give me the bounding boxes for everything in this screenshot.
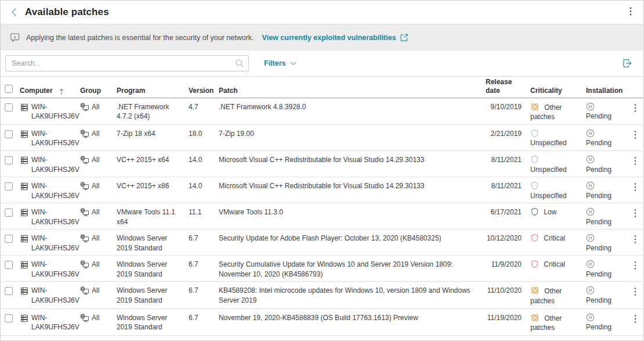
group-cell[interactable]: All [78, 229, 115, 246]
installation-cell: Pending [584, 125, 629, 150]
row-checkbox[interactable] [5, 130, 13, 138]
computer-cell[interactable]: WIN-LAK9UFHSJ6V [18, 125, 78, 150]
table-row[interactable]: WIN-LAK9UFHSJ6V All .NET Framework 4.7.2… [1, 98, 643, 125]
installation-status: Pending [586, 244, 612, 252]
table-row[interactable]: WIN-LAK9UFHSJ6V All Windows Server 2019 … [1, 309, 643, 336]
row-actions-button[interactable] [629, 177, 643, 197]
criticality-label: Critical [544, 234, 565, 242]
release-date-cell: 11/19/2020 [484, 309, 529, 325]
column-header-criticality[interactable]: Criticality [529, 85, 584, 99]
patch-cell: KB4589208: Intel microcode updates for W… [217, 282, 484, 307]
row-actions-button[interactable] [629, 282, 643, 301]
group-cell[interactable]: All [78, 98, 115, 114]
row-select-cell [1, 229, 18, 248]
computer-cell[interactable]: WIN-LAK9UFHSJ6V [18, 98, 78, 124]
row-checkbox[interactable] [5, 314, 13, 322]
other-patches-icon [530, 102, 540, 112]
computer-cell[interactable]: WIN-LAK9UFHSJ6V [18, 229, 78, 255]
row-actions-button[interactable] [629, 203, 643, 223]
chevron-left-icon [11, 8, 17, 17]
row-checkbox[interactable] [5, 156, 13, 164]
row-checkbox[interactable] [5, 209, 13, 217]
group-cell[interactable]: All [78, 151, 115, 167]
group-cell[interactable]: All [78, 203, 115, 220]
filters-label: Filters [264, 59, 286, 67]
row-checkbox[interactable] [5, 287, 13, 295]
search-icon[interactable] [235, 59, 244, 70]
release-date-cell: 8/11/2021 [484, 177, 529, 193]
table-row[interactable]: WIN-LAK9UFHSJ6V All Windows Server 2019 … [1, 282, 643, 308]
release-date-cell: 2/21/2019 [484, 125, 529, 141]
version-cell: 4.7 [187, 98, 217, 114]
installation-cell: Pending [584, 151, 629, 177]
info-banner: Applying the latest patches is essential… [1, 24, 643, 51]
search-input[interactable] [5, 55, 249, 71]
computer-cell[interactable]: WIN-LAK9UFHSJ6V [18, 256, 78, 281]
row-checkbox[interactable] [5, 235, 13, 243]
export-button[interactable] [620, 56, 634, 70]
row-actions-button[interactable] [629, 336, 643, 340]
version-cell: 11.1 [187, 203, 217, 220]
column-header-version[interactable]: Version [187, 85, 217, 99]
server-icon [20, 286, 29, 296]
server-icon [20, 234, 29, 243]
shield-icon [530, 234, 539, 242]
criticality-label: Unspecified [530, 192, 567, 200]
select-all-checkbox[interactable] [5, 85, 13, 93]
group-cell[interactable]: All [78, 309, 115, 325]
row-actions-button[interactable] [629, 98, 643, 118]
criticality-cell: Other patches [529, 336, 584, 340]
computer-cell[interactable]: WIN-LAK9UFHSJ6V [18, 177, 78, 203]
group-cell[interactable]: All [78, 256, 115, 272]
page-title: Available patches [25, 6, 109, 18]
row-checkbox[interactable] [5, 103, 13, 112]
row-actions-button[interactable] [629, 125, 643, 145]
filters-button[interactable]: Filters [264, 59, 296, 67]
group-cell[interactable]: All [78, 177, 115, 193]
group-cell[interactable]: All [78, 125, 115, 141]
computer-name: WIN-LAK9UFHSJ6V [31, 207, 79, 227]
computer-cell[interactable]: WIN-LAK9UFHSJ6V [18, 282, 78, 307]
column-header-program[interactable]: Program [115, 85, 187, 99]
table-row[interactable]: WIN-LAK9UFHSJ6V All VMware Tools 11.1 x6… [1, 203, 643, 229]
back-button[interactable] [9, 6, 19, 18]
row-actions-button[interactable] [629, 229, 643, 249]
criticality-label: Low [544, 208, 556, 216]
column-header-patch[interactable]: Patch [217, 85, 484, 99]
table-row[interactable]: WIN-LAK9UFHSJ6V All VC++ 2015+ x64 14.0 … [1, 151, 643, 177]
patch-cell: 7-Zip 19.00 [217, 125, 484, 141]
row-actions-button[interactable] [629, 151, 643, 171]
row-select-cell [1, 336, 18, 340]
patch-cell: January 21, 2021-KB4598296 (OS Build 177… [217, 336, 484, 340]
column-header-release-date[interactable]: Release date [484, 77, 529, 99]
table-row[interactable]: WIN-LAK9UFHSJ6V All Windows Server 2019 … [1, 256, 643, 282]
program-cell: Windows Server 2019 Standard [115, 309, 187, 335]
computer-cell[interactable]: WIN-LAK9UFHSJ6V [18, 151, 78, 177]
exploited-vulnerabilities-link[interactable]: View currently exploited vulnerabilities [262, 33, 408, 42]
group-cell[interactable]: All [78, 336, 115, 340]
table-row[interactable]: WIN-LAK9UFHSJ6V All Windows Server 2019 … [1, 336, 643, 340]
computer-cell[interactable]: WIN-LAK9UFHSJ6V [18, 336, 78, 340]
installation-status: Pending [586, 296, 612, 304]
row-actions-button[interactable] [629, 256, 643, 275]
table-row[interactable]: WIN-LAK9UFHSJ6V All 7-Zip 18 x64 18.0 7-… [1, 125, 643, 151]
group-cell[interactable]: All [78, 282, 115, 298]
version-cell: 6.7 [187, 229, 217, 246]
criticality-cell: Unspecified [529, 177, 584, 203]
column-header-installation[interactable]: Installation [584, 85, 629, 99]
column-header-computer[interactable]: Computer [18, 85, 78, 99]
criticality-cell: Unspecified [529, 125, 584, 150]
computer-cell[interactable]: WIN-LAK9UFHSJ6V [18, 203, 78, 229]
group-name: All [92, 207, 99, 217]
row-checkbox[interactable] [5, 261, 13, 269]
table-row[interactable]: WIN-LAK9UFHSJ6V All VC++ 2015+ x86 14.0 … [1, 177, 643, 203]
computer-cell[interactable]: WIN-LAK9UFHSJ6V [18, 309, 78, 335]
column-header-group[interactable]: Group [78, 85, 115, 99]
row-actions-button[interactable] [629, 309, 643, 329]
page-menu-button[interactable] [626, 5, 635, 20]
group-name: All [92, 313, 99, 323]
program-cell: Windows Server 2019 Standard [115, 256, 187, 281]
installation-cell: Pending [584, 229, 629, 255]
table-row[interactable]: WIN-LAK9UFHSJ6V All Windows Server 2019 … [1, 229, 643, 256]
row-checkbox[interactable] [5, 182, 13, 191]
